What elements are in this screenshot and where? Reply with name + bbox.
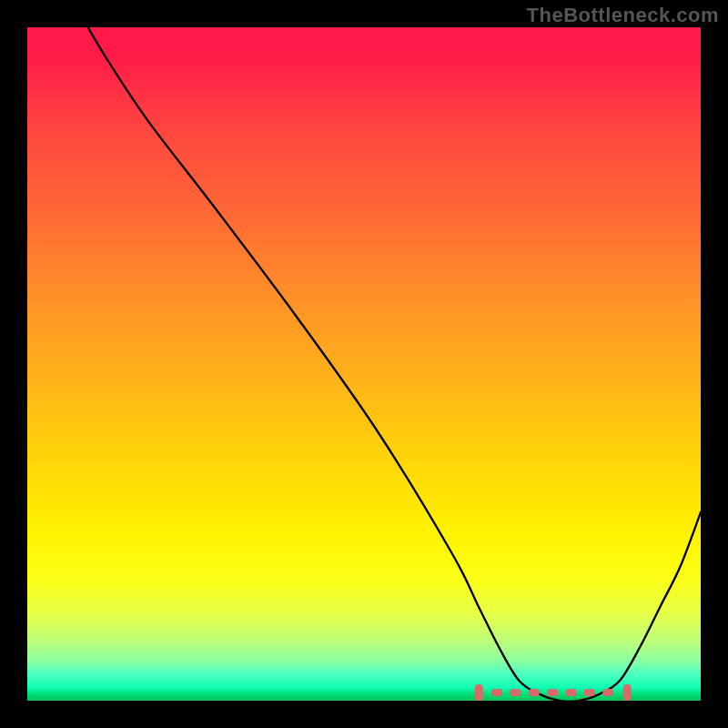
svg-rect-5: [547, 689, 558, 696]
svg-rect-4: [529, 689, 540, 696]
svg-rect-1: [623, 684, 632, 701]
svg-rect-7: [584, 689, 595, 696]
svg-rect-3: [511, 689, 521, 696]
svg-rect-0: [475, 684, 483, 701]
svg-rect-2: [491, 689, 502, 696]
watermark-label: TheBottleneck.com: [527, 4, 719, 27]
svg-rect-6: [566, 689, 577, 696]
svg-rect-8: [602, 689, 613, 696]
chart-container: TheBottleneck.com: [0, 0, 728, 728]
plot-area: [27, 27, 701, 701]
highlight-dashes: [27, 27, 701, 701]
